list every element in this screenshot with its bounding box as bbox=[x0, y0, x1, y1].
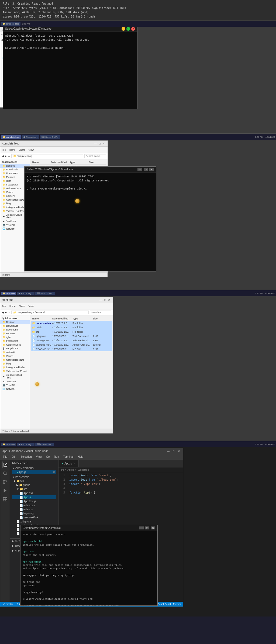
open-editors-header[interactable]: ▼ OPEN EDITORS bbox=[12, 466, 56, 470]
ribbon-home-s2[interactable]: Home bbox=[9, 149, 16, 151]
sidebar-iglar-s3[interactable]: 📁iglar bbox=[0, 335, 30, 339]
cmd-minimize-s1[interactable]: — bbox=[122, 27, 125, 31]
nav-forward-s2[interactable]: ▶ bbox=[5, 155, 7, 157]
explorer-maximize-s2[interactable]: □ bbox=[99, 142, 101, 145]
sidebar-ccf-s3[interactable]: ☁Creative Cloud Files bbox=[0, 373, 30, 380]
sidebar-l3docs-s3[interactable]: 📁l3docs bbox=[0, 354, 30, 358]
ribbon-view-s3[interactable]: View bbox=[29, 305, 34, 308]
cmd3-minimize[interactable]: — bbox=[139, 526, 144, 529]
menu-terminal[interactable]: Terminal bbox=[62, 455, 75, 459]
activity-git[interactable] bbox=[2, 479, 8, 485]
tree-src-root[interactable]: ▼ 📁 src bbox=[12, 479, 56, 483]
sidebar-network-s3[interactable]: 🌐Network bbox=[0, 387, 30, 391]
tree-public[interactable]: ▶ 📁 public bbox=[12, 483, 56, 487]
activity-debug[interactable] bbox=[2, 487, 8, 494]
taskbar-cmd-s4[interactable]: ⌨ C:\Window... bbox=[35, 443, 54, 446]
ribbon-share-s3[interactable]: Share bbox=[19, 305, 25, 308]
frontend-explorer-header[interactable]: ▼ FRONT-END bbox=[12, 475, 56, 479]
menu-run[interactable]: Run bbox=[53, 455, 60, 459]
explorer-maximize-s3[interactable]: □ bbox=[104, 298, 106, 301]
explorer-minimize-s3[interactable]: — bbox=[99, 298, 102, 301]
tree-logo-svg[interactable]: 📄 logo.svg bbox=[12, 511, 56, 515]
cmd2-maximize[interactable]: □ bbox=[144, 168, 148, 171]
search-input-s3[interactable] bbox=[90, 311, 111, 314]
tree-service-worker[interactable]: 📄 serviceWork... bbox=[12, 515, 56, 519]
sidebar-desktop-s3[interactable]: 📁Desktop bbox=[0, 320, 30, 324]
taskbar-frontend-s4[interactable]: 📁 front-end bbox=[1, 443, 16, 446]
sidebar-recycle-s3[interactable]: 🗑Recycle Bin bbox=[0, 347, 30, 350]
ribbon-file-s2[interactable]: File bbox=[2, 149, 6, 151]
nav-forward-s3[interactable]: ▶ bbox=[5, 311, 7, 314]
cmd2-close[interactable]: ✕ bbox=[149, 168, 154, 171]
editor-tab-appjs[interactable]: ● App.js ✕ bbox=[58, 460, 79, 467]
activity-extensions[interactable] bbox=[2, 496, 8, 502]
file-row-package-json[interactable]: 📄package.json 4/16/2020 1:38 PM Adobe Af… bbox=[31, 338, 112, 343]
tab-close-appjs[interactable]: ✕ bbox=[73, 462, 75, 465]
open-file-appjs[interactable]: ● App.js ✕ bbox=[12, 470, 56, 474]
sidebar-thispc-s3[interactable]: 💻This PC bbox=[0, 383, 30, 387]
sidebar-foto-s3[interactable]: 📁Fotoaparat bbox=[0, 339, 30, 343]
taskbar-complete-blog[interactable]: 📁 complete-blog bbox=[1, 135, 21, 139]
taskbar-frontend-s3[interactable]: 📁 front-end bbox=[1, 292, 16, 295]
sidebar-downloads-s3[interactable]: 📁Downloads bbox=[0, 324, 30, 328]
taskbar-recording-s3[interactable]: ⏺ Recording... bbox=[17, 292, 34, 295]
sidebar-guideto-s3[interactable]: 📁Guideto Docs bbox=[0, 343, 30, 347]
cmd3-close[interactable]: ✕ bbox=[151, 526, 155, 529]
address-bar-s2[interactable]: 📁 complete-blog bbox=[11, 154, 83, 158]
taskbar-cmd-s3[interactable]: ⌨ Select C:\W... bbox=[35, 292, 55, 295]
menu-edit[interactable]: Edit bbox=[11, 455, 17, 459]
menu-help[interactable]: Help bbox=[77, 455, 85, 459]
taskbar-item-explorer[interactable]: 📁 complete-blog bbox=[1, 22, 20, 26]
address-bar-s3[interactable]: 📁 complete-blog > front-end bbox=[11, 311, 89, 314]
taskbar-recording-s2[interactable]: ⏺ Recording... bbox=[22, 135, 39, 139]
cmd-close-s1[interactable]: ✕ bbox=[131, 27, 135, 31]
cmd-maximize-s1[interactable]: □ bbox=[126, 27, 130, 31]
ribbon-home-s3[interactable]: Home bbox=[9, 305, 16, 308]
explorer-minimize-s2[interactable]: — bbox=[94, 142, 97, 145]
tree-src[interactable]: ▼ 📁 src bbox=[12, 487, 56, 491]
sidebar-pictures-s3[interactable]: 📁Pictures bbox=[0, 332, 30, 335]
sidebar-documents-s3[interactable]: 📁Documents bbox=[0, 328, 30, 332]
explorer-close-s2[interactable]: ✕ bbox=[103, 142, 105, 145]
file-row-src[interactable]: 📁src 4/16/2020 1:37 PM File folder bbox=[31, 330, 112, 334]
menu-view[interactable]: View bbox=[35, 455, 43, 459]
explorer-close-s3[interactable]: ✕ bbox=[108, 298, 110, 301]
tree-app-js[interactable]: 📄 App.js bbox=[12, 495, 56, 499]
tree-index-css[interactable]: 📄 index.css bbox=[12, 503, 56, 507]
cmd-body-s4[interactable]: Starts the development server. npm run b… bbox=[20, 531, 157, 605]
nav-up-s3[interactable]: ▲ bbox=[8, 311, 10, 314]
nav-up-s2[interactable]: ▲ bbox=[8, 155, 10, 157]
sidebar-blog-s3[interactable]: 📁blog bbox=[0, 362, 30, 366]
cmd2-prompt[interactable]: C:\Users\Acer\Desktop\complete-blog>_ bbox=[27, 187, 154, 191]
sidebar-videos-ne-s3[interactable]: 📁Videos - Not Edited bbox=[0, 369, 30, 373]
file-row-public[interactable]: 📁public 4/16/2020 1:37 PM File folder bbox=[31, 325, 112, 330]
sidebar-course-s3[interactable]: 📁CourseHouseDo bbox=[0, 358, 30, 362]
menu-selection[interactable]: Selection bbox=[19, 455, 33, 459]
taskbar-cmd-s2[interactable]: ⌨ Select C:\W... bbox=[40, 135, 60, 139]
close-tab-icon[interactable]: ✕ bbox=[53, 471, 55, 474]
nav-back-s3[interactable]: ◀ bbox=[2, 311, 4, 314]
file-row-readme[interactable]: 📄README.md 10/28/1985 1:11 PM MD File 3 … bbox=[31, 347, 112, 351]
file-row-gitignore[interactable]: 📄.gitignore 10/28/1985 1:15 PM Text Docu… bbox=[31, 334, 112, 338]
sidebar-insta-s3[interactable]: 📁instagram-ikinder bbox=[0, 366, 30, 369]
tree-gitignore[interactable]: 📄 .gitignore bbox=[12, 519, 56, 524]
cmd-prompt-s1[interactable]: C:\Users\Acer\Desktop\complete-blog>_ bbox=[5, 46, 135, 50]
cmd3-maximize[interactable]: □ bbox=[145, 526, 149, 529]
ribbon-view-s2[interactable]: View bbox=[29, 149, 34, 151]
search-input-s2[interactable] bbox=[84, 154, 106, 158]
menu-go[interactable]: Go bbox=[45, 455, 51, 459]
nav-back-s2[interactable]: ◀ bbox=[2, 155, 4, 157]
tree-app-css[interactable]: 📄 App.css bbox=[12, 491, 56, 495]
ribbon-share-s2[interactable]: Share bbox=[19, 149, 25, 151]
activity-search[interactable] bbox=[2, 470, 8, 477]
vscode-minimize[interactable]: — bbox=[167, 450, 170, 453]
cmd2-minimize[interactable]: — bbox=[137, 168, 142, 171]
tree-app-test[interactable]: 📄 App.test.js bbox=[12, 499, 56, 503]
vscode-maximize[interactable]: □ bbox=[173, 450, 174, 453]
file-row-node-modules[interactable]: 📁node_modules 4/16/2020 1:38 PM File fol… bbox=[31, 321, 112, 325]
statusbar-branch[interactable]: ⎇ master bbox=[2, 603, 13, 605]
file-row-package-lock[interactable]: 📄package-lock.json 4/16/2020 1:38 PM Ado… bbox=[31, 343, 112, 347]
activity-explorer[interactable] bbox=[2, 462, 8, 468]
menu-file[interactable]: File bbox=[2, 455, 8, 459]
vscode-close[interactable]: ✕ bbox=[178, 450, 180, 453]
